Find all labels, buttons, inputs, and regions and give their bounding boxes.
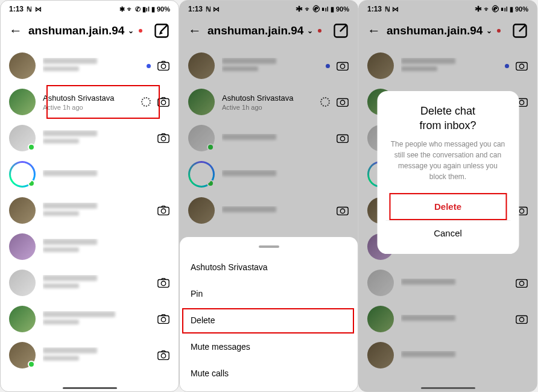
camera-button[interactable] — [157, 277, 170, 289]
loading-spinner-icon — [141, 97, 151, 107]
avatar — [9, 342, 36, 368]
chat-text: Ashutosh Srivastava Active 1h ago — [43, 93, 134, 111]
sheet-item-mute-calls[interactable]: Mute calls — [180, 360, 358, 387]
chat-name-blurred — [43, 58, 97, 64]
status-time: 1:13 — [9, 5, 24, 13]
camera-button[interactable] — [157, 132, 170, 144]
phone-panel-1: 1:13 ℕ ⋈ ✱ ᯤ ✆ ▮ıl ▮ 90% ← anshuman.jain… — [0, 0, 179, 392]
account-switcher[interactable]: anshuman.jain.94 ⌄ — [387, 24, 505, 37]
phone-panel-2: 1:13ℕ ⋈ ✱ ᯤ ✆ ▮ıl ▮90% ← anshuman.jain.9… — [179, 0, 358, 392]
svg-point-28 — [519, 100, 524, 104]
chat-row[interactable] — [1, 192, 179, 229]
avatar — [9, 89, 36, 115]
compose-button[interactable] — [332, 22, 349, 39]
camera-button[interactable] — [157, 313, 170, 325]
battery-icon: ▮ — [151, 5, 155, 13]
sheet-item-mute-messages[interactable]: Mute messages — [180, 334, 358, 360]
chat-name: Ashutosh Srivastava — [43, 93, 134, 103]
svg-point-2 — [161, 64, 165, 68]
chat-right — [141, 96, 170, 108]
back-button[interactable]: ← — [367, 24, 381, 37]
delete-confirm-dialog: Delete chat from inbox? The people who m… — [377, 91, 519, 254]
svg-rect-33 — [516, 316, 527, 324]
svg-point-6 — [161, 136, 165, 141]
svg-rect-20 — [337, 135, 348, 143]
back-button[interactable]: ← — [9, 24, 22, 37]
svg-point-14 — [161, 353, 165, 358]
wifi-icon: ᯤ — [127, 5, 133, 13]
camera-button[interactable] — [157, 96, 170, 108]
svg-point-30 — [519, 209, 524, 213]
chat-row[interactable] — [1, 120, 179, 156]
svg-point-17 — [340, 64, 344, 68]
svg-rect-3 — [158, 99, 169, 107]
svg-rect-25 — [516, 63, 527, 71]
battery-percent: 90% — [157, 5, 170, 13]
svg-point-21 — [340, 136, 344, 141]
dialog-delete-button[interactable]: Delete — [390, 194, 505, 219]
avatar — [9, 233, 36, 260]
svg-rect-16 — [337, 63, 348, 71]
bluetooth-icon: ✱ — [119, 5, 125, 13]
svg-point-34 — [519, 317, 524, 321]
svg-point-19 — [340, 100, 344, 104]
chevron-down-icon: ⌄ — [128, 27, 134, 35]
sheet-drag-handle[interactable] — [259, 245, 279, 248]
chat-row[interactable] — [1, 301, 179, 337]
chat-text — [43, 58, 139, 74]
back-button[interactable]: ← — [188, 24, 201, 37]
svg-point-4 — [161, 100, 165, 104]
sheet-item-pin[interactable]: Pin — [180, 280, 358, 307]
notification-dot — [497, 29, 501, 33]
status-right: ✱ ᯤ ✆ ▮ıl ▮ 90% — [119, 5, 170, 13]
camera-button[interactable] — [157, 60, 170, 72]
inbox-header: ← anshuman.jain.94 ⌄ — [359, 16, 537, 48]
dialog-title: Delete chat from inbox? — [385, 104, 510, 133]
sheet-item-delete[interactable]: Delete — [180, 307, 358, 334]
phone-icon: ✆ — [135, 5, 141, 13]
chat-row[interactable] — [1, 337, 179, 373]
context-bottom-sheet: Ashutosh Srivastava Pin Delete Mute mess… — [180, 237, 358, 391]
chat-row[interactable] — [1, 156, 179, 192]
status-bar: 1:13 ℕ ⋈ ✱ ᯤ ✆ ▮ıl ▮ 90% — [1, 1, 179, 16]
svg-point-10 — [161, 281, 165, 285]
avatar — [9, 125, 36, 151]
chat-row[interactable] — [1, 229, 179, 265]
svg-point-23 — [340, 209, 344, 213]
chat-row[interactable] — [1, 48, 179, 84]
avatar — [9, 306, 36, 332]
inbox-header: ← anshuman.jain.94 ⌄ — [180, 16, 358, 48]
camera-button[interactable] — [157, 349, 170, 361]
svg-rect-22 — [337, 207, 348, 215]
chevron-down-icon: ⌄ — [486, 27, 492, 35]
chat-row-ashutosh[interactable]: Ashutosh Srivastava Active 1h ago — [1, 84, 179, 120]
svg-point-26 — [519, 64, 524, 68]
chat-sub: Active 1h ago — [43, 104, 134, 111]
status-bar: 1:13ℕ ⋈ ✱ ᯤ ✆ ▮ıl ▮90% — [359, 1, 537, 16]
account-switcher[interactable]: anshuman.jain.94 ⌄ — [28, 24, 147, 37]
svg-rect-18 — [337, 99, 348, 107]
dialog-cancel-button[interactable]: Cancel — [385, 220, 510, 245]
signal-icon: ▮ıl — [142, 5, 150, 13]
svg-point-12 — [161, 317, 165, 321]
svg-rect-1 — [158, 63, 169, 71]
camera-button[interactable] — [157, 204, 170, 217]
avatar — [9, 161, 36, 188]
status-bar: 1:13ℕ ⋈ ✱ ᯤ ✆ ▮ıl ▮90% — [180, 1, 358, 16]
home-indicator[interactable] — [63, 387, 117, 389]
unread-dot — [147, 64, 151, 68]
chat-row[interactable] — [1, 265, 179, 301]
chat-right — [147, 60, 170, 72]
presence-dot — [28, 180, 35, 187]
svg-rect-5 — [158, 135, 169, 143]
sheet-title: Ashutosh Srivastava — [180, 254, 358, 280]
compose-button[interactable] — [153, 22, 170, 39]
account-switcher[interactable]: anshuman.jain.94 ⌄ — [207, 24, 326, 37]
home-indicator[interactable] — [421, 387, 475, 389]
inbox-header: ← anshuman.jain.94 ⌄ — [1, 16, 179, 48]
chat-list: Ashutosh Srivastava Active 1h ago — [1, 48, 179, 391]
avatar — [9, 52, 36, 79]
avatar — [9, 270, 36, 296]
compose-button[interactable] — [511, 22, 528, 39]
avatar — [9, 197, 36, 224]
